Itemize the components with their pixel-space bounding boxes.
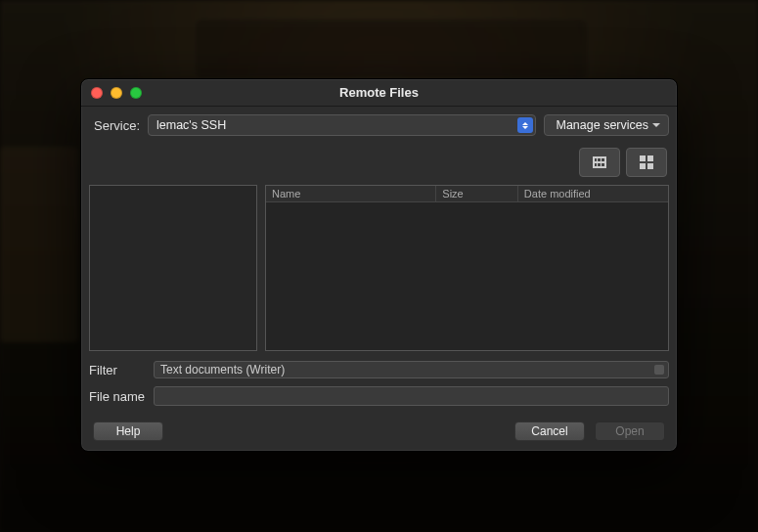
filter-label: Filter bbox=[89, 363, 154, 377]
icon-view-button[interactable] bbox=[626, 148, 667, 177]
help-button[interactable]: Help bbox=[93, 421, 163, 441]
svg-rect-0 bbox=[593, 156, 606, 158]
dialog-content: Service: lemac's SSH Manage services bbox=[81, 107, 677, 451]
manage-services-label: Manage services bbox=[557, 118, 649, 132]
open-button[interactable]: Open bbox=[595, 421, 665, 441]
svg-rect-7 bbox=[640, 155, 646, 161]
svg-rect-8 bbox=[647, 155, 653, 161]
filename-row: File name bbox=[89, 386, 669, 406]
file-browser-pane: Name Size Date modified bbox=[89, 185, 669, 351]
button-spacer bbox=[173, 421, 505, 441]
file-list-header: Name Size Date modified bbox=[266, 186, 668, 202]
svg-rect-10 bbox=[647, 163, 653, 169]
updown-arrows-icon bbox=[517, 117, 533, 133]
column-header-size[interactable]: Size bbox=[436, 186, 518, 201]
zoom-icon[interactable] bbox=[130, 87, 142, 99]
help-button-label: Help bbox=[116, 424, 141, 438]
svg-rect-4 bbox=[597, 156, 598, 168]
filter-select-value: Text documents (Writer) bbox=[160, 363, 285, 377]
svg-rect-1 bbox=[593, 161, 606, 163]
list-view-icon bbox=[592, 155, 607, 170]
remote-files-dialog: Remote Files Service: lemac's SSH Manage… bbox=[80, 78, 678, 452]
cancel-button[interactable]: Cancel bbox=[514, 421, 585, 441]
service-label: Service: bbox=[89, 118, 140, 133]
file-list-body[interactable] bbox=[266, 202, 668, 350]
svg-rect-5 bbox=[601, 156, 602, 168]
svg-rect-9 bbox=[640, 163, 646, 169]
manage-services-button[interactable]: Manage services bbox=[544, 114, 670, 136]
minimize-icon[interactable] bbox=[111, 87, 122, 99]
cancel-button-label: Cancel bbox=[531, 424, 567, 438]
svg-rect-6 bbox=[604, 156, 606, 168]
column-header-name[interactable]: Name bbox=[266, 186, 436, 201]
svg-rect-3 bbox=[593, 156, 595, 168]
grid-view-icon bbox=[639, 155, 654, 170]
file-list[interactable]: Name Size Date modified bbox=[265, 185, 669, 351]
filename-input[interactable] bbox=[154, 386, 669, 406]
filename-label: File name bbox=[89, 389, 154, 404]
list-view-button[interactable] bbox=[579, 148, 620, 177]
close-icon[interactable] bbox=[91, 87, 103, 99]
window-controls bbox=[81, 87, 142, 99]
window-title: Remote Files bbox=[81, 85, 677, 100]
titlebar: Remote Files bbox=[81, 79, 677, 107]
open-button-label: Open bbox=[615, 424, 644, 438]
view-toggle-group bbox=[89, 148, 669, 177]
dialog-buttons: Help Cancel Open bbox=[89, 421, 669, 441]
service-select-value: lemac's SSH bbox=[156, 118, 226, 132]
service-row: Service: lemac's SSH Manage services bbox=[89, 114, 669, 136]
svg-rect-2 bbox=[593, 166, 606, 168]
filter-select[interactable]: Text documents (Writer) bbox=[154, 361, 669, 378]
filter-row: Filter Text documents (Writer) bbox=[89, 361, 669, 378]
folder-tree[interactable] bbox=[89, 185, 257, 351]
service-select[interactable]: lemac's SSH bbox=[148, 114, 536, 136]
column-header-date[interactable]: Date modified bbox=[518, 186, 668, 201]
